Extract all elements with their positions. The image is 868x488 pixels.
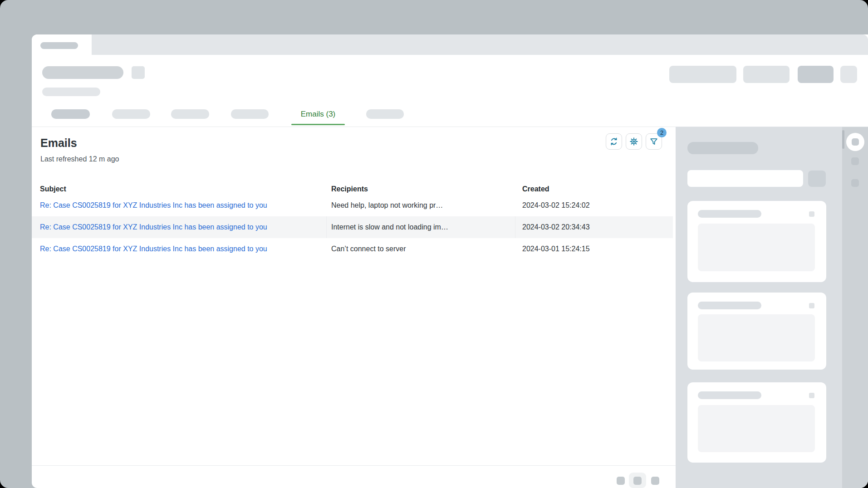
- app-screen: Emails (3) Emails Last refreshed 12 m ag…: [0, 0, 868, 488]
- card-title-skeleton: [698, 302, 761, 309]
- settings-button[interactable]: [626, 133, 642, 150]
- record-title-skeleton: [42, 66, 123, 79]
- email-recipients: Internet is slow and not loading im…: [331, 216, 513, 238]
- column-header-created[interactable]: Created: [522, 184, 549, 195]
- browser-tab-title-skeleton: [40, 42, 78, 49]
- column-header-recipients[interactable]: Recipients: [331, 184, 368, 195]
- rail-scrollbar-thumb[interactable]: [842, 130, 844, 149]
- tab-skeleton-2[interactable]: [112, 109, 150, 119]
- footer-divider: [32, 465, 676, 466]
- rail-tool-button-2[interactable]: [851, 157, 859, 165]
- browser-tabstrip: [92, 34, 868, 55]
- email-created: 2024-03-02 15:24:02: [522, 195, 667, 216]
- header-button-skeleton-1[interactable]: [669, 66, 736, 83]
- header-menu-button-skeleton[interactable]: [840, 66, 857, 83]
- email-created: 2024-03-02 20:34:43: [522, 216, 667, 238]
- tab-skeleton-5[interactable]: [366, 109, 404, 119]
- card-body-skeleton: [698, 314, 815, 361]
- gear-icon: [629, 137, 638, 146]
- rail-tool-button-3[interactable]: [851, 179, 859, 187]
- tab-emails[interactable]: Emails (3): [288, 108, 348, 121]
- tool-icon-skeleton: [852, 138, 859, 146]
- sidebar-search-input[interactable]: [687, 170, 803, 187]
- card-action-skeleton[interactable]: [809, 393, 814, 398]
- pagination-dot-2: [633, 477, 642, 485]
- column-header-subject[interactable]: Subject: [40, 184, 66, 195]
- sidebar-title-skeleton: [687, 142, 758, 154]
- email-created: 2024-03-01 15:24:15: [522, 238, 667, 260]
- card-body-skeleton: [698, 405, 815, 452]
- sidebar-search-button[interactable]: [808, 171, 826, 187]
- filter-count-badge: 2: [657, 128, 667, 137]
- tab-skeleton-4[interactable]: [231, 109, 269, 119]
- pagination-dot-1[interactable]: [617, 477, 625, 485]
- email-subject-link[interactable]: Re: Case CS0025819 for XYZ Industries In…: [40, 216, 321, 238]
- refresh-icon: [609, 137, 618, 146]
- record-icon-skeleton: [132, 66, 145, 79]
- panel-title: Emails: [40, 136, 77, 150]
- email-recipients: Need help, laptop not working pr…: [331, 195, 513, 216]
- table-row[interactable]: Re: Case CS0025819 for XYZ Industries In…: [32, 238, 673, 260]
- sidebar-card: [687, 201, 826, 282]
- email-subject-link[interactable]: Re: Case CS0025819 for XYZ Industries In…: [40, 238, 321, 260]
- email-recipients: Can’t connect to server: [331, 238, 513, 260]
- tab-skeleton-1[interactable]: [51, 109, 90, 119]
- tab-emails-active-underline: [291, 124, 345, 125]
- table-row[interactable]: Re: Case CS0025819 for XYZ Industries In…: [32, 195, 673, 216]
- card-action-skeleton[interactable]: [809, 303, 814, 308]
- rail-active-tool-button[interactable]: [846, 133, 864, 151]
- cell-divider: [515, 216, 515, 238]
- header-button-skeleton-2[interactable]: [743, 66, 790, 83]
- tab-skeleton-3[interactable]: [171, 109, 209, 119]
- email-subject-link[interactable]: Re: Case CS0025819 for XYZ Industries In…: [40, 195, 321, 216]
- filter-funnel-icon: [649, 137, 658, 146]
- panel-last-refreshed: Last refreshed 12 m ago: [40, 154, 119, 164]
- header-primary-button-skeleton[interactable]: [798, 66, 834, 83]
- record-subtitle-skeleton: [42, 88, 100, 96]
- card-body-skeleton: [698, 224, 815, 271]
- table-row[interactable]: Re: Case CS0025819 for XYZ Industries In…: [32, 216, 673, 238]
- card-title-skeleton: [698, 391, 761, 399]
- refresh-button[interactable]: [606, 133, 622, 150]
- card-title-skeleton: [698, 210, 761, 218]
- sidebar-card: [687, 382, 826, 463]
- card-action-skeleton[interactable]: [809, 211, 814, 217]
- pagination-dot-3[interactable]: [651, 477, 659, 485]
- cell-divider: [326, 216, 327, 238]
- pagination-dot-2-selected[interactable]: [629, 473, 646, 488]
- sidebar-card: [687, 293, 826, 370]
